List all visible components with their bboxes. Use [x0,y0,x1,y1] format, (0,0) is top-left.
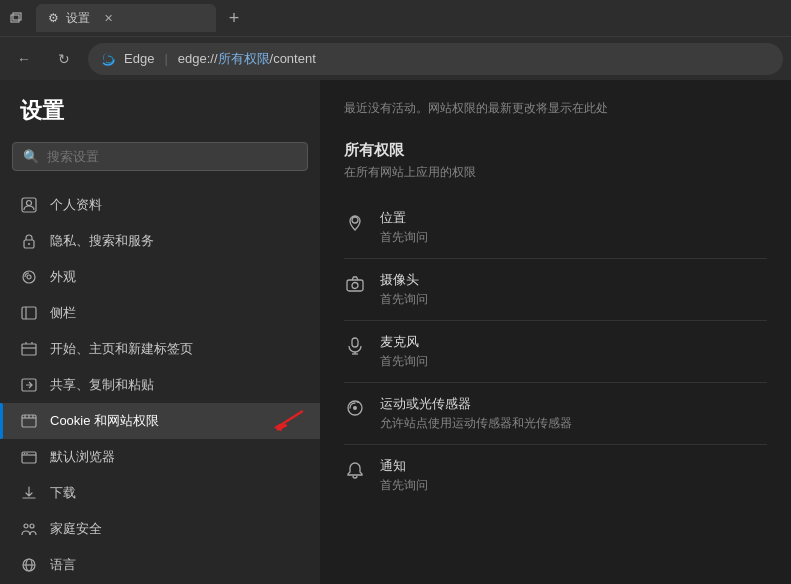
content-panel: 最近没有活动。网站权限的最新更改将显示在此处 所有权限 在所有网站上应用的权限 … [320,80,791,584]
camera-info: 摄像头 首先询问 [380,271,767,308]
sidebar-icon [20,304,38,322]
address-prefix: edge:// [178,51,218,66]
address-separator: | [164,51,167,66]
svg-point-21 [26,453,28,455]
all-permissions-desc: 在所有网站上应用的权限 [344,164,767,181]
sidebar-item-share[interactable]: 共享、复制和粘贴 [0,367,320,403]
edge-logo-icon [100,51,116,67]
svg-point-20 [24,453,26,455]
search-input[interactable] [47,149,297,164]
sidebar-item-privacy[interactable]: 隐私、搜索和服务 [0,223,320,259]
location-info: 位置 首先询问 [380,209,767,246]
title-bar: ⚙ 设置 ✕ + [0,0,791,36]
all-permissions-title: 所有权限 [344,141,767,160]
tab-title: 设置 [66,10,90,27]
svg-point-5 [28,243,30,245]
sidebar-item-label-share: 共享、复制和粘贴 [50,376,154,394]
permission-camera[interactable]: 摄像头 首先询问 [344,259,767,321]
svg-point-7 [27,275,31,279]
window-controls [8,10,24,26]
location-desc: 首先询问 [380,229,767,246]
main-layout: 设置 🔍 个人资料 隐 [0,80,791,584]
sidebar-item-downloads[interactable]: 下载 [0,475,320,511]
sidebar-item-label-privacy: 隐私、搜索和服务 [50,232,154,250]
svg-rect-31 [347,280,363,291]
permission-location[interactable]: 位置 首先询问 [344,197,767,259]
language-icon [20,556,38,574]
nav-bar: ← ↻ Edge | edge://所有权限/content [0,36,791,80]
appearance-icon [20,268,38,286]
sidebar-item-sidebar[interactable]: 侧栏 [0,295,320,331]
recent-activity-text: 最近没有活动。网站权限的最新更改将显示在此处 [344,100,767,117]
svg-point-30 [352,217,358,223]
browser-icon [20,448,38,466]
settings-tab[interactable]: ⚙ 设置 ✕ [36,4,216,32]
sidebar-item-startup[interactable]: 开始、主页和新建标签页 [0,331,320,367]
new-tab-button[interactable]: + [220,4,248,32]
sidebar-item-label-profile: 个人资料 [50,196,102,214]
motion-info: 运动或光传感器 允许站点使用运动传感器和光传感器 [380,395,767,432]
person-icon [20,196,38,214]
refresh-button[interactable]: ↻ [48,43,80,75]
location-icon [344,211,366,233]
camera-icon [344,273,366,295]
location-name: 位置 [380,209,767,227]
restore-button[interactable] [8,10,24,26]
sidebar-item-family[interactable]: 家庭安全 [0,511,320,547]
search-box[interactable]: 🔍 [12,142,308,171]
share-icon [20,376,38,394]
back-button[interactable]: ← [8,43,40,75]
notification-info: 通知 首先询问 [380,457,767,494]
browser-chrome: ⚙ 设置 ✕ + ← ↻ Edge | edge://所有权限/content [0,0,791,80]
sidebar-item-label-sidebar: 侧栏 [50,304,76,322]
camera-desc: 首先询问 [380,291,767,308]
sidebar-item-profile[interactable]: 个人资料 [0,187,320,223]
svg-rect-8 [22,307,36,319]
motion-name: 运动或光传感器 [380,395,767,413]
search-icon: 🔍 [23,149,39,164]
cookies-icon [20,412,38,430]
download-icon [20,484,38,502]
svg-rect-1 [13,13,21,20]
svg-point-3 [27,201,32,206]
microphone-icon [344,335,366,357]
svg-rect-10 [22,344,36,355]
address-brand: Edge [124,51,154,66]
microphone-name: 麦克风 [380,333,767,351]
sidebar-item-label-downloads: 下载 [50,484,76,502]
address-suffix: /content [270,51,316,66]
sidebar-item-label-family: 家庭安全 [50,520,102,538]
lock-icon [20,232,38,250]
svg-rect-0 [11,15,19,22]
camera-name: 摄像头 [380,271,767,289]
motion-desc: 允许站点使用运动传感器和光传感器 [380,415,767,432]
motion-icon [344,397,366,419]
family-icon [20,520,38,538]
permission-notification[interactable]: 通知 首先询问 [344,445,767,506]
sidebar-item-label-language: 语言 [50,556,76,574]
sidebar: 设置 🔍 个人资料 隐 [0,80,320,584]
permission-microphone[interactable]: 麦克风 首先询问 [344,321,767,383]
sidebar-item-appearance[interactable]: 外观 [0,259,320,295]
notification-name: 通知 [380,457,767,475]
address-bar[interactable]: Edge | edge://所有权限/content [88,43,783,75]
svg-rect-33 [352,338,358,347]
sidebar-title: 设置 [0,96,320,142]
address-settings-highlight: 所有权限 [218,51,270,66]
notification-icon [344,459,366,481]
permission-motion[interactable]: 运动或光传感器 允许站点使用运动传感器和光传感器 [344,383,767,445]
microphone-info: 麦克风 首先询问 [380,333,767,370]
sidebar-item-language[interactable]: 语言 [0,547,320,583]
microphone-desc: 首先询问 [380,353,767,370]
svg-point-37 [353,406,357,410]
sidebar-item-cookies[interactable]: Cookie 和网站权限 [0,403,320,439]
sidebar-item-label-appearance: 外观 [50,268,76,286]
sidebar-item-label-cookies: Cookie 和网站权限 [50,412,159,430]
sidebar-item-label-default-browser: 默认浏览器 [50,448,115,466]
svg-point-22 [24,524,28,528]
svg-point-32 [352,282,358,288]
sidebar-item-default-browser[interactable]: 默认浏览器 [0,439,320,475]
address-url: edge://所有权限/content [178,50,316,68]
home-icon [20,340,38,358]
tab-close-button[interactable]: ✕ [100,10,116,26]
